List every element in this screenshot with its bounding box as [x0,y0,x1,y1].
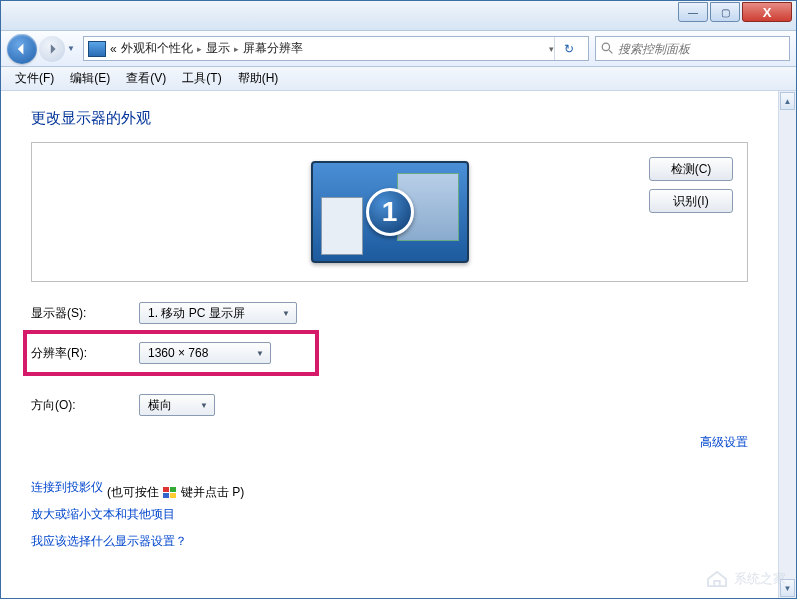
address-bar[interactable]: « 外观和个性化 ▸ 显示 ▸ 屏幕分辨率 ▾ ↻ [83,36,589,61]
monitor-thumb-window [321,197,363,255]
display-help-link[interactable]: 我应该选择什么显示器设置？ [31,533,187,550]
nav-forward-button[interactable] [39,36,65,62]
control-panel-window: — ▢ X ▼ « 外观和个性化 ▸ 显示 ▸ 屏幕分辨率 ▾ ↻ [0,0,797,599]
advanced-settings-link[interactable]: 高级设置 [700,434,748,451]
resolution-dropdown[interactable]: 1360 × 768 [139,342,271,364]
monitor-number-badge: 1 [366,188,414,236]
menu-file[interactable]: 文件(F) [7,68,62,89]
menu-view[interactable]: 查看(V) [118,68,174,89]
orientation-field: 方向(O): 横向 [31,394,748,416]
projector-link[interactable]: 连接到投影仪 [31,479,103,496]
scroll-down-button[interactable]: ▼ [780,579,795,597]
orientation-label: 方向(O): [31,397,139,414]
display-dropdown[interactable]: 1. 移动 PC 显示屏 [139,302,297,324]
menu-help[interactable]: 帮助(H) [230,68,287,89]
display-dropdown-value: 1. 移动 PC 显示屏 [148,305,245,322]
projector-hint-text: (也可按住 [107,484,159,501]
content-area: 更改显示器的外观 1 检测(C) 识别(I) 显示器(S): 1. 移动 PC … [1,91,778,598]
menu-edit[interactable]: 编辑(E) [62,68,118,89]
breadcrumb-item[interactable]: 显示 [206,40,230,57]
resolution-highlight: 分辨率(R): 1360 × 768 [23,330,319,376]
svg-point-0 [602,43,609,50]
maximize-button[interactable]: ▢ [710,2,740,22]
navbar: ▼ « 外观和个性化 ▸ 显示 ▸ 屏幕分辨率 ▾ ↻ [1,31,796,67]
display-preview-box: 1 检测(C) 识别(I) [31,142,748,282]
refresh-button[interactable]: ↻ [554,37,582,60]
display-label: 显示器(S): [31,305,139,322]
menubar: 文件(F) 编辑(E) 查看(V) 工具(T) 帮助(H) [1,67,796,91]
scroll-track[interactable] [779,111,796,578]
control-panel-icon [88,41,106,57]
menu-tools[interactable]: 工具(T) [174,68,229,89]
nav-back-button[interactable] [7,34,37,64]
search-box[interactable] [595,36,790,61]
detect-button[interactable]: 检测(C) [649,157,733,181]
breadcrumb[interactable]: « 外观和个性化 ▸ 显示 ▸ 屏幕分辨率 [110,40,303,57]
display-field: 显示器(S): 1. 移动 PC 显示屏 [31,302,748,324]
resolution-field: 分辨率(R): 1360 × 768 [31,342,311,364]
scroll-up-button[interactable]: ▲ [780,92,795,110]
windows-key-icon [163,487,177,499]
links-section: 高级设置 连接到投影仪 (也可按住 键并点击 P) 放大或缩小文本和其他项目 我… [31,434,748,560]
monitor-preview[interactable]: 1 [311,161,469,263]
page-title: 更改显示器的外观 [31,109,748,128]
search-icon [596,42,618,55]
search-input[interactable] [618,42,789,56]
breadcrumb-prefix: « [110,42,117,56]
breadcrumb-item[interactable]: 屏幕分辨率 [243,40,303,57]
resolution-label: 分辨率(R): [31,345,139,362]
vertical-scrollbar[interactable]: ▲ ▼ [778,91,796,598]
close-button[interactable]: X [742,2,792,22]
resolution-dropdown-value: 1360 × 768 [148,346,208,360]
minimize-button[interactable]: — [678,2,708,22]
chevron-right-icon: ▸ [234,44,239,54]
svg-line-1 [609,50,612,53]
nav-history-dropdown[interactable]: ▼ [65,39,77,59]
titlebar: — ▢ X [1,1,796,31]
chevron-right-icon: ▸ [197,44,202,54]
text-size-link[interactable]: 放大或缩小文本和其他项目 [31,506,175,523]
orientation-dropdown-value: 横向 [148,397,172,414]
identify-button[interactable]: 识别(I) [649,189,733,213]
orientation-dropdown[interactable]: 横向 [139,394,215,416]
breadcrumb-item[interactable]: 外观和个性化 [121,40,193,57]
projector-hint-text: 键并点击 P) [181,484,244,501]
